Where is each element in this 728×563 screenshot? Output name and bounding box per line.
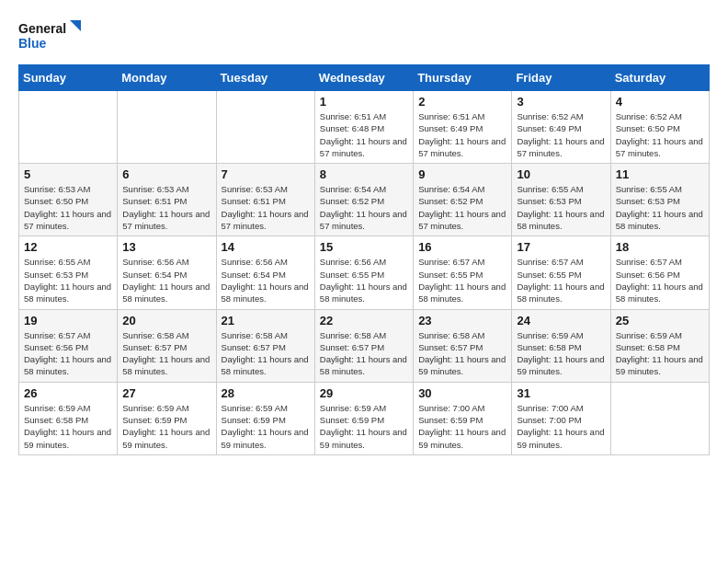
column-header-sunday: Sunday — [19, 65, 118, 91]
calendar-cell: 25Sunrise: 6:59 AMSunset: 6:58 PMDayligh… — [610, 309, 709, 382]
calendar-cell: 14Sunrise: 6:56 AMSunset: 6:54 PMDayligh… — [216, 236, 314, 309]
day-number: 16 — [418, 240, 506, 254]
calendar-cell: 23Sunrise: 6:58 AMSunset: 6:57 PMDayligh… — [414, 309, 512, 382]
calendar-body: 1Sunrise: 6:51 AMSunset: 6:48 PMDaylight… — [19, 91, 710, 455]
day-info: Sunrise: 6:59 AMSunset: 6:59 PMDaylight:… — [222, 402, 310, 451]
day-info: Sunrise: 6:57 AMSunset: 6:55 PMDaylight:… — [517, 256, 605, 304]
day-number: 24 — [517, 314, 605, 327]
day-number: 9 — [418, 167, 506, 181]
day-number: 19 — [24, 314, 112, 327]
day-info: Sunrise: 6:53 AMSunset: 6:50 PMDaylight:… — [24, 183, 112, 232]
calendar-cell — [610, 382, 709, 454]
calendar-cell: 21Sunrise: 6:58 AMSunset: 6:57 PMDayligh… — [216, 309, 314, 382]
calendar-cell: 11Sunrise: 6:55 AMSunset: 6:53 PMDayligh… — [610, 164, 709, 236]
calendar-week-1: 1Sunrise: 6:51 AMSunset: 6:48 PMDaylight… — [19, 91, 710, 164]
day-info: Sunrise: 6:58 AMSunset: 6:57 PMDaylight:… — [222, 329, 310, 378]
day-number: 18 — [616, 240, 704, 254]
day-info: Sunrise: 6:59 AMSunset: 6:58 PMDaylight:… — [616, 329, 704, 378]
calendar-cell — [118, 91, 216, 164]
day-info: Sunrise: 6:59 AMSunset: 6:59 PMDaylight:… — [320, 402, 408, 451]
calendar-cell: 8Sunrise: 6:54 AMSunset: 6:52 PMDaylight… — [314, 164, 413, 236]
calendar-cell: 5Sunrise: 6:53 AMSunset: 6:50 PMDaylight… — [19, 164, 118, 236]
day-number: 10 — [517, 167, 605, 181]
day-info: Sunrise: 7:00 AMSunset: 6:59 PMDaylight:… — [418, 402, 506, 451]
day-info: Sunrise: 6:58 AMSunset: 6:57 PMDaylight:… — [122, 329, 210, 378]
calendar-cell: 6Sunrise: 6:53 AMSunset: 6:51 PMDaylight… — [118, 164, 216, 236]
calendar-cell: 18Sunrise: 6:57 AMSunset: 6:56 PMDayligh… — [610, 236, 709, 309]
calendar-cell: 28Sunrise: 6:59 AMSunset: 6:59 PMDayligh… — [216, 382, 314, 454]
day-number: 22 — [320, 314, 408, 327]
calendar-cell: 19Sunrise: 6:57 AMSunset: 6:56 PMDayligh… — [19, 309, 118, 382]
column-header-wednesday: Wednesday — [314, 65, 413, 91]
calendar-cell: 1Sunrise: 6:51 AMSunset: 6:48 PMDaylight… — [314, 91, 413, 164]
day-info: Sunrise: 6:51 AMSunset: 6:49 PMDaylight:… — [418, 110, 506, 159]
day-info: Sunrise: 6:56 AMSunset: 6:54 PMDaylight:… — [122, 256, 210, 304]
calendar-week-4: 19Sunrise: 6:57 AMSunset: 6:56 PMDayligh… — [19, 309, 710, 382]
svg-text:Blue: Blue — [18, 36, 47, 51]
day-number: 15 — [320, 240, 408, 254]
day-number: 12 — [24, 240, 112, 254]
day-number: 1 — [320, 95, 408, 109]
day-number: 4 — [616, 95, 704, 109]
day-number: 20 — [122, 314, 210, 327]
day-info: Sunrise: 6:55 AMSunset: 6:53 PMDaylight:… — [517, 183, 605, 232]
calendar-week-5: 26Sunrise: 6:59 AMSunset: 6:58 PMDayligh… — [19, 382, 710, 454]
day-info: Sunrise: 7:00 AMSunset: 7:00 PMDaylight:… — [517, 402, 605, 451]
day-number: 29 — [320, 386, 408, 400]
day-number: 11 — [616, 167, 704, 181]
day-info: Sunrise: 6:57 AMSunset: 6:55 PMDaylight:… — [418, 256, 506, 304]
day-info: Sunrise: 6:55 AMSunset: 6:53 PMDaylight:… — [24, 256, 112, 304]
column-header-friday: Friday — [512, 65, 610, 91]
day-number: 6 — [122, 167, 210, 181]
day-info: Sunrise: 6:59 AMSunset: 6:58 PMDaylight:… — [24, 402, 112, 451]
day-info: Sunrise: 6:57 AMSunset: 6:56 PMDaylight:… — [616, 256, 704, 304]
day-info: Sunrise: 6:59 AMSunset: 6:58 PMDaylight:… — [517, 329, 605, 378]
calendar-cell: 22Sunrise: 6:58 AMSunset: 6:57 PMDayligh… — [314, 309, 413, 382]
calendar-table: SundayMondayTuesdayWednesdayThursdayFrid… — [18, 64, 710, 455]
day-number: 26 — [24, 386, 112, 400]
day-info: Sunrise: 6:53 AMSunset: 6:51 PMDaylight:… — [222, 183, 310, 232]
day-number: 3 — [517, 95, 605, 109]
calendar-cell: 30Sunrise: 7:00 AMSunset: 6:59 PMDayligh… — [414, 382, 512, 454]
day-number: 31 — [517, 386, 605, 400]
day-number: 2 — [418, 95, 506, 109]
calendar-cell: 26Sunrise: 6:59 AMSunset: 6:58 PMDayligh… — [19, 382, 118, 454]
page-header: GeneralBlue — [18, 18, 710, 55]
day-number: 28 — [222, 386, 310, 400]
calendar-header-row: SundayMondayTuesdayWednesdayThursdayFrid… — [19, 65, 710, 91]
day-info: Sunrise: 6:58 AMSunset: 6:57 PMDaylight:… — [418, 329, 506, 378]
day-number: 14 — [222, 240, 310, 254]
day-info: Sunrise: 6:51 AMSunset: 6:48 PMDaylight:… — [320, 110, 408, 159]
column-header-saturday: Saturday — [610, 65, 709, 91]
day-number: 13 — [122, 240, 210, 254]
calendar-cell: 10Sunrise: 6:55 AMSunset: 6:53 PMDayligh… — [512, 164, 610, 236]
calendar-cell — [216, 91, 314, 164]
calendar-cell — [19, 91, 118, 164]
day-info: Sunrise: 6:53 AMSunset: 6:51 PMDaylight:… — [122, 183, 210, 232]
calendar-cell: 29Sunrise: 6:59 AMSunset: 6:59 PMDayligh… — [314, 382, 413, 454]
calendar-cell: 12Sunrise: 6:55 AMSunset: 6:53 PMDayligh… — [19, 236, 118, 309]
calendar-cell: 20Sunrise: 6:58 AMSunset: 6:57 PMDayligh… — [118, 309, 216, 382]
calendar-cell: 15Sunrise: 6:56 AMSunset: 6:55 PMDayligh… — [314, 236, 413, 309]
calendar-cell: 27Sunrise: 6:59 AMSunset: 6:59 PMDayligh… — [118, 382, 216, 454]
calendar-cell: 13Sunrise: 6:56 AMSunset: 6:54 PMDayligh… — [118, 236, 216, 309]
day-info: Sunrise: 6:54 AMSunset: 6:52 PMDaylight:… — [320, 183, 408, 232]
day-info: Sunrise: 6:59 AMSunset: 6:59 PMDaylight:… — [122, 402, 210, 451]
day-number: 17 — [517, 240, 605, 254]
day-info: Sunrise: 6:56 AMSunset: 6:55 PMDaylight:… — [320, 256, 408, 304]
column-header-thursday: Thursday — [414, 65, 512, 91]
day-number: 23 — [418, 314, 506, 327]
calendar-cell: 3Sunrise: 6:52 AMSunset: 6:49 PMDaylight… — [512, 91, 610, 164]
column-header-tuesday: Tuesday — [216, 65, 314, 91]
calendar-cell: 24Sunrise: 6:59 AMSunset: 6:58 PMDayligh… — [512, 309, 610, 382]
logo: GeneralBlue — [18, 18, 83, 55]
day-info: Sunrise: 6:58 AMSunset: 6:57 PMDaylight:… — [320, 329, 408, 378]
day-info: Sunrise: 6:57 AMSunset: 6:56 PMDaylight:… — [24, 329, 112, 378]
day-info: Sunrise: 6:56 AMSunset: 6:54 PMDaylight:… — [222, 256, 310, 304]
day-number: 7 — [222, 167, 310, 181]
calendar-cell: 7Sunrise: 6:53 AMSunset: 6:51 PMDaylight… — [216, 164, 314, 236]
day-number: 8 — [320, 167, 408, 181]
day-info: Sunrise: 6:52 AMSunset: 6:50 PMDaylight:… — [616, 110, 704, 159]
column-header-monday: Monday — [118, 65, 216, 91]
calendar-cell: 31Sunrise: 7:00 AMSunset: 7:00 PMDayligh… — [512, 382, 610, 454]
